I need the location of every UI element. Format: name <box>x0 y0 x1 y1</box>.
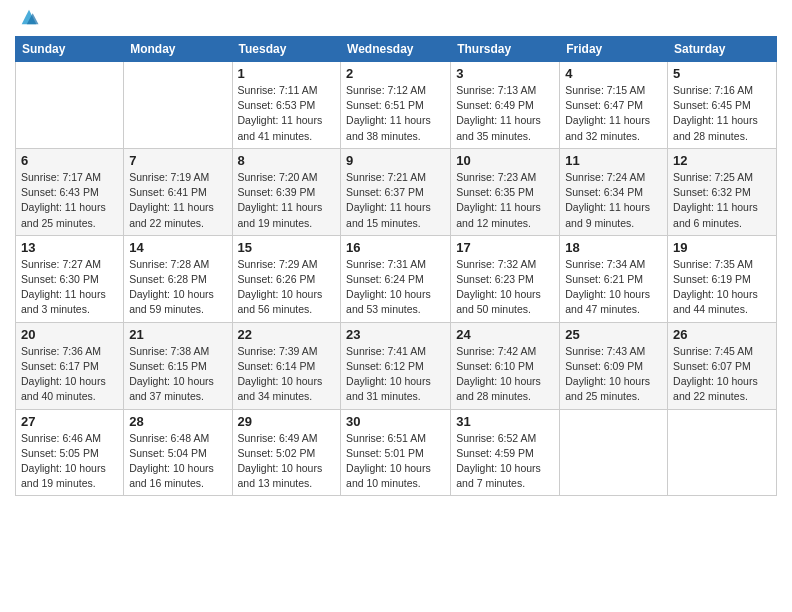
calendar-cell: 19Sunrise: 7:35 AMSunset: 6:19 PMDayligh… <box>668 235 777 322</box>
calendar-cell: 10Sunrise: 7:23 AMSunset: 6:35 PMDayligh… <box>451 148 560 235</box>
day-number: 14 <box>129 240 226 255</box>
day-number: 29 <box>238 414 336 429</box>
day-number: 20 <box>21 327 118 342</box>
day-number: 24 <box>456 327 554 342</box>
day-info: Sunrise: 6:51 AMSunset: 5:01 PMDaylight:… <box>346 431 445 492</box>
calendar-cell: 4Sunrise: 7:15 AMSunset: 6:47 PMDaylight… <box>560 62 668 149</box>
calendar-cell: 14Sunrise: 7:28 AMSunset: 6:28 PMDayligh… <box>124 235 232 322</box>
day-info: Sunrise: 7:20 AMSunset: 6:39 PMDaylight:… <box>238 170 336 231</box>
day-number: 4 <box>565 66 662 81</box>
day-info: Sunrise: 7:17 AMSunset: 6:43 PMDaylight:… <box>21 170 118 231</box>
calendar-cell: 13Sunrise: 7:27 AMSunset: 6:30 PMDayligh… <box>16 235 124 322</box>
day-info: Sunrise: 6:48 AMSunset: 5:04 PMDaylight:… <box>129 431 226 492</box>
day-info: Sunrise: 7:24 AMSunset: 6:34 PMDaylight:… <box>565 170 662 231</box>
calendar-cell: 29Sunrise: 6:49 AMSunset: 5:02 PMDayligh… <box>232 409 341 496</box>
day-number: 17 <box>456 240 554 255</box>
calendar-header-monday: Monday <box>124 37 232 62</box>
day-number: 1 <box>238 66 336 81</box>
day-number: 28 <box>129 414 226 429</box>
day-number: 16 <box>346 240 445 255</box>
day-info: Sunrise: 7:23 AMSunset: 6:35 PMDaylight:… <box>456 170 554 231</box>
day-number: 25 <box>565 327 662 342</box>
calendar-cell: 16Sunrise: 7:31 AMSunset: 6:24 PMDayligh… <box>341 235 451 322</box>
calendar-header-thursday: Thursday <box>451 37 560 62</box>
day-number: 15 <box>238 240 336 255</box>
calendar: SundayMondayTuesdayWednesdayThursdayFrid… <box>15 36 777 496</box>
day-info: Sunrise: 6:49 AMSunset: 5:02 PMDaylight:… <box>238 431 336 492</box>
day-number: 8 <box>238 153 336 168</box>
day-number: 18 <box>565 240 662 255</box>
header <box>15 10 777 28</box>
calendar-cell <box>668 409 777 496</box>
calendar-cell: 9Sunrise: 7:21 AMSunset: 6:37 PMDaylight… <box>341 148 451 235</box>
calendar-cell: 5Sunrise: 7:16 AMSunset: 6:45 PMDaylight… <box>668 62 777 149</box>
day-info: Sunrise: 7:27 AMSunset: 6:30 PMDaylight:… <box>21 257 118 318</box>
calendar-cell: 15Sunrise: 7:29 AMSunset: 6:26 PMDayligh… <box>232 235 341 322</box>
calendar-cell: 17Sunrise: 7:32 AMSunset: 6:23 PMDayligh… <box>451 235 560 322</box>
calendar-cell: 25Sunrise: 7:43 AMSunset: 6:09 PMDayligh… <box>560 322 668 409</box>
calendar-cell: 7Sunrise: 7:19 AMSunset: 6:41 PMDaylight… <box>124 148 232 235</box>
day-number: 27 <box>21 414 118 429</box>
calendar-week-row: 6Sunrise: 7:17 AMSunset: 6:43 PMDaylight… <box>16 148 777 235</box>
calendar-cell: 28Sunrise: 6:48 AMSunset: 5:04 PMDayligh… <box>124 409 232 496</box>
day-info: Sunrise: 7:41 AMSunset: 6:12 PMDaylight:… <box>346 344 445 405</box>
calendar-week-row: 13Sunrise: 7:27 AMSunset: 6:30 PMDayligh… <box>16 235 777 322</box>
day-number: 21 <box>129 327 226 342</box>
day-info: Sunrise: 7:13 AMSunset: 6:49 PMDaylight:… <box>456 83 554 144</box>
calendar-cell: 31Sunrise: 6:52 AMSunset: 4:59 PMDayligh… <box>451 409 560 496</box>
calendar-cell: 6Sunrise: 7:17 AMSunset: 6:43 PMDaylight… <box>16 148 124 235</box>
day-number: 7 <box>129 153 226 168</box>
day-number: 11 <box>565 153 662 168</box>
calendar-header-friday: Friday <box>560 37 668 62</box>
calendar-cell: 30Sunrise: 6:51 AMSunset: 5:01 PMDayligh… <box>341 409 451 496</box>
day-info: Sunrise: 7:11 AMSunset: 6:53 PMDaylight:… <box>238 83 336 144</box>
logo-icon <box>18 6 40 28</box>
calendar-cell: 23Sunrise: 7:41 AMSunset: 6:12 PMDayligh… <box>341 322 451 409</box>
day-number: 5 <box>673 66 771 81</box>
day-info: Sunrise: 7:21 AMSunset: 6:37 PMDaylight:… <box>346 170 445 231</box>
day-number: 12 <box>673 153 771 168</box>
day-info: Sunrise: 7:31 AMSunset: 6:24 PMDaylight:… <box>346 257 445 318</box>
calendar-cell: 8Sunrise: 7:20 AMSunset: 6:39 PMDaylight… <box>232 148 341 235</box>
day-info: Sunrise: 7:36 AMSunset: 6:17 PMDaylight:… <box>21 344 118 405</box>
calendar-cell: 3Sunrise: 7:13 AMSunset: 6:49 PMDaylight… <box>451 62 560 149</box>
day-info: Sunrise: 7:45 AMSunset: 6:07 PMDaylight:… <box>673 344 771 405</box>
calendar-cell: 20Sunrise: 7:36 AMSunset: 6:17 PMDayligh… <box>16 322 124 409</box>
day-info: Sunrise: 7:38 AMSunset: 6:15 PMDaylight:… <box>129 344 226 405</box>
day-number: 3 <box>456 66 554 81</box>
calendar-header-wednesday: Wednesday <box>341 37 451 62</box>
calendar-cell <box>560 409 668 496</box>
day-info: Sunrise: 7:25 AMSunset: 6:32 PMDaylight:… <box>673 170 771 231</box>
calendar-week-row: 1Sunrise: 7:11 AMSunset: 6:53 PMDaylight… <box>16 62 777 149</box>
calendar-cell: 26Sunrise: 7:45 AMSunset: 6:07 PMDayligh… <box>668 322 777 409</box>
day-number: 9 <box>346 153 445 168</box>
calendar-cell: 27Sunrise: 6:46 AMSunset: 5:05 PMDayligh… <box>16 409 124 496</box>
day-info: Sunrise: 7:34 AMSunset: 6:21 PMDaylight:… <box>565 257 662 318</box>
day-number: 13 <box>21 240 118 255</box>
day-info: Sunrise: 7:32 AMSunset: 6:23 PMDaylight:… <box>456 257 554 318</box>
calendar-week-row: 20Sunrise: 7:36 AMSunset: 6:17 PMDayligh… <box>16 322 777 409</box>
day-info: Sunrise: 7:19 AMSunset: 6:41 PMDaylight:… <box>129 170 226 231</box>
calendar-header-row: SundayMondayTuesdayWednesdayThursdayFrid… <box>16 37 777 62</box>
day-number: 26 <box>673 327 771 342</box>
day-info: Sunrise: 6:46 AMSunset: 5:05 PMDaylight:… <box>21 431 118 492</box>
calendar-cell: 1Sunrise: 7:11 AMSunset: 6:53 PMDaylight… <box>232 62 341 149</box>
day-number: 19 <box>673 240 771 255</box>
day-number: 23 <box>346 327 445 342</box>
calendar-header-sunday: Sunday <box>16 37 124 62</box>
day-info: Sunrise: 7:43 AMSunset: 6:09 PMDaylight:… <box>565 344 662 405</box>
logo <box>15 14 40 28</box>
calendar-cell: 12Sunrise: 7:25 AMSunset: 6:32 PMDayligh… <box>668 148 777 235</box>
day-number: 6 <box>21 153 118 168</box>
day-info: Sunrise: 7:29 AMSunset: 6:26 PMDaylight:… <box>238 257 336 318</box>
calendar-cell: 21Sunrise: 7:38 AMSunset: 6:15 PMDayligh… <box>124 322 232 409</box>
day-info: Sunrise: 6:52 AMSunset: 4:59 PMDaylight:… <box>456 431 554 492</box>
calendar-cell: 22Sunrise: 7:39 AMSunset: 6:14 PMDayligh… <box>232 322 341 409</box>
day-number: 31 <box>456 414 554 429</box>
day-info: Sunrise: 7:42 AMSunset: 6:10 PMDaylight:… <box>456 344 554 405</box>
day-info: Sunrise: 7:16 AMSunset: 6:45 PMDaylight:… <box>673 83 771 144</box>
day-info: Sunrise: 7:15 AMSunset: 6:47 PMDaylight:… <box>565 83 662 144</box>
calendar-cell: 2Sunrise: 7:12 AMSunset: 6:51 PMDaylight… <box>341 62 451 149</box>
calendar-cell: 11Sunrise: 7:24 AMSunset: 6:34 PMDayligh… <box>560 148 668 235</box>
day-info: Sunrise: 7:39 AMSunset: 6:14 PMDaylight:… <box>238 344 336 405</box>
